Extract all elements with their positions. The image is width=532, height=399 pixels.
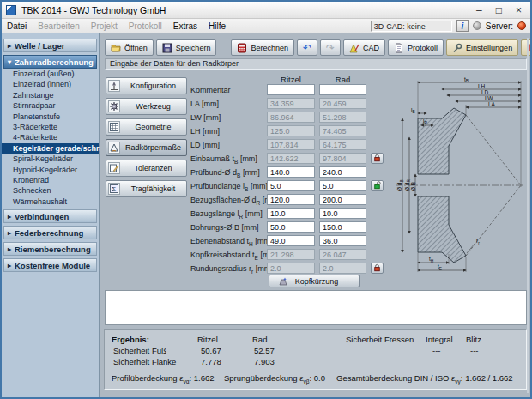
input-prüfbund-d-ritzel[interactable]	[267, 166, 315, 178]
results-col-fressen: Sicherheit Fressen	[346, 335, 414, 344]
input-bezugsflächen-d-ritzel[interactable]	[267, 194, 315, 205]
protocol-icon	[394, 43, 404, 53]
nav-tragfähigkeit[interactable]: ΣTragfähigkeit	[106, 180, 187, 197]
server-indicator-icon	[517, 21, 526, 30]
input-bezugslänge-l-ritzel[interactable]	[267, 208, 315, 219]
sidebar-item-wärmehaushalt[interactable]: Wärmehaushalt	[2, 196, 99, 207]
open-button[interactable]: Öffnen	[105, 39, 154, 56]
cad-icon	[349, 43, 360, 53]
input-bohrungs-b-rad[interactable]	[319, 221, 366, 233]
sidebar-item-schnecken[interactable]: Schnecken	[2, 185, 99, 196]
triangle-right-icon: ▸	[4, 229, 15, 237]
input-einbaumaß-t-rad	[319, 153, 366, 164]
sidebar-item-3-räderkette[interactable]: 3-Räderkette	[2, 122, 99, 132]
sidebar-group-zahnradberechnung[interactable]: ▾Zahnradberechnung	[3, 55, 97, 69]
column-header-ritzel: Ritzel	[267, 75, 315, 84]
nav-toleranzen[interactable]: Toleranzen	[106, 160, 187, 177]
sidebar-group-riemenberechnung[interactable]: ▸Riemenberechnung	[3, 242, 97, 256]
titlebar: TBK 2014 - GWJ Technology GmbH – □ ×	[2, 2, 530, 19]
field-label-lh: LH [mm]	[190, 127, 220, 136]
maximize-button[interactable]: □	[496, 5, 502, 15]
result-row-label: Sicherheit Fuß	[113, 346, 166, 355]
result-value: 7.903	[254, 357, 275, 366]
input-rundungsradius-r-ritzel	[267, 263, 315, 274]
menu-item-extras[interactable]: Extras	[173, 21, 197, 31]
lock-closed-icon[interactable]	[371, 263, 384, 274]
menu-item-bearbeiten: Bearbeiten	[38, 21, 79, 31]
undo-button[interactable]: ↶	[297, 39, 317, 56]
result-row-label: Sicherheit Flanke	[113, 357, 176, 366]
settings-button[interactable]: Einstellungen	[446, 39, 518, 56]
sidebar-item-einzelrad-innen[interactable]: Einzelrad (innen)	[2, 79, 99, 89]
save-icon	[162, 43, 172, 53]
calculate-button[interactable]: Berechnen	[231, 39, 294, 56]
sidebar-group-welle-lager[interactable]: ▸Welle / Lager	[3, 39, 97, 52]
lock-closed-icon[interactable]	[371, 153, 384, 164]
calculator-icon	[237, 43, 247, 53]
nav-werkzeug[interactable]: Werkzeug	[106, 98, 187, 115]
lock-open-icon[interactable]	[371, 180, 384, 191]
input-bezugsflächen-d-rad[interactable]	[319, 194, 366, 205]
undo-button-icon: ↶	[303, 44, 311, 52]
sidebar-group-kostenfreie-module[interactable]: ▸Kostenfreie Module	[3, 258, 97, 272]
field-label-kopfkreisabstand-t: Kopfkreisabstand tE [mm]	[190, 251, 277, 261]
input-prüfbund-d-rad[interactable]	[319, 166, 366, 178]
open-button-label: Öffnen	[124, 44, 148, 52]
input-ebenenabstand-t-rad[interactable]	[319, 235, 366, 246]
protokoll-button[interactable]: Protokoll	[388, 39, 444, 56]
menu-item-hilfe[interactable]: Hilfe	[209, 21, 226, 31]
sidebar-item-hypoid-kegelräder[interactable]: Hypoid-Kegelräder	[2, 165, 99, 175]
sidebar-group-label: Welle / Lager	[15, 41, 64, 51]
cad-button[interactable]: CAD	[343, 39, 385, 56]
cad-status-field: 3D-CAD: keine Aufträge	[371, 21, 452, 32]
field-label-bohrungs-b: Bohrungs-Ø B [mm]	[190, 223, 259, 232]
results-panel: Ergebnis: Ritzel Rad Sicherheit Fressen …	[104, 329, 527, 390]
geometry-icon	[108, 121, 120, 133]
sidebar-group-verbindungen[interactable]: ▸Verbindungen	[3, 209, 97, 223]
sidebar-item-kronenrad[interactable]: Kronenrad	[2, 175, 99, 185]
sidebar-item-stirnradpaar[interactable]: Stirnradpaar	[2, 100, 99, 111]
nav-geometrie[interactable]: Geometrie	[106, 118, 187, 136]
input-kopfkreisabstand-t-rad	[319, 249, 366, 260]
input-ld-rad	[319, 139, 366, 150]
input-ebenenabstand-t-ritzel[interactable]	[267, 235, 315, 246]
menubar: DateiBearbeitenProjektProtokollExtrasHil…	[2, 19, 530, 33]
result-value: 50.67	[201, 346, 221, 355]
menu-item-protokoll: Protokoll	[129, 21, 162, 31]
menu-item-datei[interactable]: Datei	[7, 21, 27, 31]
kopfkuerzung-button[interactable]: Kopfkürzung	[269, 275, 360, 287]
sidebar-group-federberechnung[interactable]: ▸Federberechnung	[3, 226, 97, 239]
info-button[interactable]: i	[456, 20, 469, 32]
field-label-bezugslänge-l: Bezugslänge lR [mm]	[190, 209, 263, 220]
save-button[interactable]: Speichern	[156, 39, 217, 56]
nav-label: Werkzeug	[122, 102, 184, 111]
tool-icon	[108, 100, 120, 112]
input-prüfbundlänge-l-rad[interactable]	[319, 180, 366, 191]
sidebar-item-einzelrad-außen[interactable]: Einzelrad (außen)	[2, 69, 99, 79]
input-bohrungs-b-ritzel[interactable]	[267, 221, 315, 233]
field-label-ld: LD [mm]	[190, 141, 220, 149]
input-lh-ritzel	[267, 125, 315, 136]
sidebar: ▸Welle / Lager▾ZahnradberechnungEinzelra…	[2, 33, 100, 397]
menu-items: DateiBearbeitenProjektProtokollExtrasHil…	[7, 21, 237, 31]
sidebar-item-zahnstange[interactable]: Zahnstange	[2, 90, 99, 100]
input-kommentar-rad[interactable]	[319, 84, 366, 95]
input-kommentar-ritzel[interactable]	[267, 84, 315, 95]
close-button[interactable]: ×	[516, 5, 522, 15]
sidebar-item-planetenstufe[interactable]: Planetenstufe	[2, 112, 99, 122]
input-prüfbundlänge-l-ritzel[interactable]	[267, 180, 315, 191]
sidebar-item-4-räderkette[interactable]: 4-Räderkette	[2, 132, 99, 142]
menu-item-projekt: Projekt	[91, 21, 118, 31]
cad-button-label: CAD	[363, 44, 379, 52]
nav-konfiguration[interactable]: Konfiguration	[106, 77, 187, 94]
settings-icon	[452, 43, 462, 53]
sidebar-item-spiral-kegelräder[interactable]: Spiral-Kegelräder	[2, 154, 99, 164]
window-controls: – □ ×	[476, 5, 530, 15]
sidebar-item-kegelräder-gerade-schräg[interactable]: Kegelräder gerade/schräg	[2, 143, 99, 154]
toolbar: ÖffnenSpeichernBerechnen↶↷CADProtokollEi…	[105, 39, 532, 56]
folder-open-icon	[111, 43, 121, 53]
field-label-prüfbund-d: Prüfbund-Ø dB [mm]	[190, 168, 260, 178]
nav-radkörpermaße[interactable]: Radkörpermaße	[106, 139, 187, 156]
input-bezugslänge-l-rad[interactable]	[319, 208, 366, 219]
minimize-button[interactable]: –	[476, 5, 482, 15]
